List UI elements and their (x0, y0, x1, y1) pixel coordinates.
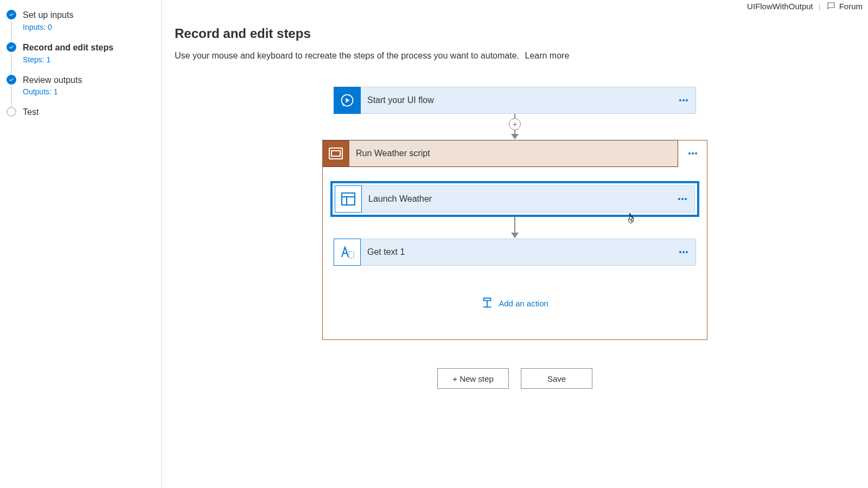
scope-header[interactable]: Run Weather script (322, 140, 678, 167)
flow-name: UIFlowWithOutput (747, 2, 813, 11)
wizard-sidebar: Set up inputs Inputs: 0 Record and edit … (0, 0, 162, 488)
svg-rect-9 (342, 193, 355, 205)
nav-item-setup-inputs[interactable]: Set up inputs Inputs: 0 (7, 8, 161, 40)
connector: + (511, 114, 519, 140)
page-description: Use your mouse and keyboard to recreate … (175, 51, 855, 61)
nav-item-test[interactable]: Test (7, 105, 161, 127)
start-flow-label: Start your UI flow (361, 95, 672, 105)
window-icon (335, 185, 362, 213)
more-menu-icon[interactable] (672, 99, 695, 102)
svg-point-18 (682, 251, 685, 253)
scope-run-weather: Run Weather script (322, 140, 707, 340)
check-icon (7, 42, 16, 52)
insert-icon (481, 297, 493, 309)
svg-rect-5 (331, 151, 340, 156)
nav-item-record-edit[interactable]: Record and edit steps Steps: 1 (7, 40, 161, 73)
action-label: Launch Weather (362, 194, 671, 204)
main-content: UIFlowWithOutput | Forum Record and edit… (162, 0, 868, 488)
chat-icon (826, 1, 836, 11)
nav-item-title: Review outputs (23, 75, 157, 86)
svg-point-7 (692, 152, 694, 155)
separator: | (819, 2, 821, 11)
script-icon (322, 140, 349, 166)
learn-more-link[interactable]: Learn more (525, 51, 569, 60)
action-label: Get text 1 (361, 247, 672, 257)
new-step-button[interactable]: + New step (437, 368, 509, 389)
action-get-text[interactable]: Get text 1 (334, 239, 696, 266)
svg-rect-16 (349, 252, 354, 258)
svg-point-6 (688, 152, 691, 155)
pending-icon (7, 107, 16, 117)
svg-point-8 (695, 152, 697, 155)
connector (511, 217, 519, 239)
play-icon (334, 87, 361, 114)
forum-label: Forum (839, 2, 863, 11)
header-right: UIFlowWithOutput | Forum (747, 0, 868, 11)
forum-link[interactable]: Forum (826, 1, 863, 11)
insert-step-button[interactable]: + (509, 118, 521, 130)
nav-item-title: Test (23, 107, 157, 118)
more-menu-icon[interactable] (671, 197, 694, 201)
check-icon (7, 10, 16, 20)
svg-point-1 (679, 99, 681, 101)
nav-item-subtitle: Outputs: 1 (23, 87, 157, 96)
svg-point-19 (686, 251, 688, 253)
add-action-button[interactable]: Add an action (481, 297, 548, 309)
nav-item-review-outputs[interactable]: Review outputs Outputs: 1 (7, 73, 161, 105)
svg-point-14 (685, 198, 687, 200)
nav-item-title: Set up inputs (23, 10, 157, 21)
arrow-down-icon (511, 233, 519, 238)
page-description-text: Use your mouse and keyboard to recreate … (175, 51, 519, 60)
svg-rect-20 (484, 298, 491, 301)
more-menu-icon[interactable] (672, 251, 695, 254)
svg-point-13 (681, 198, 684, 200)
page-title: Record and edit steps (175, 26, 855, 41)
start-flow-block[interactable]: Start your UI flow (334, 87, 696, 114)
svg-point-2 (682, 99, 685, 101)
action-launch-weather-selected[interactable]: Launch Weather (330, 181, 699, 217)
arrow-down-icon (511, 134, 519, 139)
svg-point-3 (686, 99, 688, 101)
add-action-label: Add an action (499, 299, 548, 308)
scope-label: Run Weather script (349, 149, 678, 158)
text-icon (334, 239, 361, 266)
nav-item-subtitle: Inputs: 0 (23, 23, 157, 31)
nav-item-subtitle: Steps: 1 (23, 55, 157, 64)
svg-point-12 (678, 198, 680, 200)
more-menu-icon[interactable] (679, 140, 707, 167)
nav-item-title: Record and edit steps (23, 42, 157, 54)
save-button[interactable]: Save (521, 368, 592, 389)
svg-point-17 (679, 251, 681, 253)
check-icon (7, 75, 16, 85)
